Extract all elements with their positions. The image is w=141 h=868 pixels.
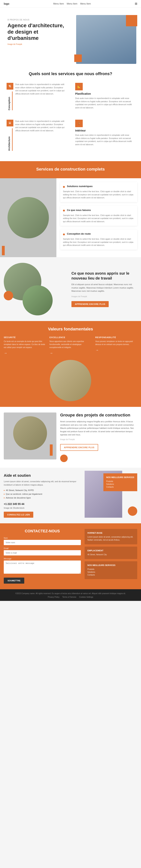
support-list-item-2: Que se sentiront- même par légalement — [4, 492, 81, 496]
support-right-block: NOS MEILLEURS SERVICES Produits Solution… — [85, 473, 137, 518]
planification-title: Planification — [75, 92, 134, 95]
contact-info-hornet: HORNET-BASE Lorem ipsum dolor sit amet, … — [85, 529, 137, 545]
conception-text: Duis aute irure dolor in reprehenderit i… — [15, 83, 66, 95]
nav-item-3[interactable]: Menu Item — [80, 2, 91, 5]
contact-right-text: Lorem ipsum dolor sit amet, consectetur … — [87, 535, 134, 541]
name-input[interactable] — [4, 540, 81, 545]
services-section-title: Quels sont les services que nous offrons… — [0, 64, 141, 80]
hero-image — [76, 15, 137, 64]
support-service-1: Produits — [106, 480, 134, 483]
form-group-message: Message — [4, 558, 81, 575]
value-excellence: EXCELLENCE Nous apportons aux clients un… — [50, 336, 91, 355]
planification-text: Duis aute irure dolor in reprehenderit i… — [75, 97, 134, 109]
contact-form-title: CONTACTEZ-NOUS — [4, 529, 81, 533]
support-btn[interactable]: Consultez-le lien — [4, 512, 33, 518]
footer-text: ©2023 Company name. All rights reserved.… — [4, 592, 137, 595]
footer-cookies[interactable]: Cookies Settings — [79, 596, 93, 598]
submit-button[interactable]: SOUMETTRE — [4, 578, 24, 584]
about-label: À PROPOS DE NOUS — [7, 19, 68, 21]
contact-services-title: NOS MEILLEURS SERVICES — [87, 564, 134, 566]
cs-route-text: Sample text. Click to select the text bo… — [63, 238, 134, 247]
support-list-item-1: 46 Street, Network City, NYPD — [4, 488, 81, 492]
support-list: 46 Street, Network City, NYPD Que se sen… — [4, 488, 81, 500]
cs-solutions-text: Sample text. Click to select the text bo… — [63, 190, 134, 199]
contact-services-block: NOS MEILLEURS SERVICES Produits Solution… — [85, 561, 137, 579]
contact-right-block: HORNET-BASE Lorem ipsum dolor sit amet, … — [85, 529, 137, 584]
support-credit: Image de Shutterstock — [4, 506, 81, 510]
conception-title: Conception — [8, 97, 10, 111]
navigation: logo Menu Item Menu Item Menu Item ⊞ — [0, 0, 141, 7]
group-text-block: Groupe des projets de construction Amet … — [60, 412, 137, 462]
support-service-2: Solutions — [106, 483, 134, 486]
conception-icon: 🏗 — [7, 83, 13, 90]
orange-dot-icon-2 — [63, 210, 65, 212]
support-services-list: Produits Solutions Contacts — [106, 480, 134, 488]
value-securite: SÉCURITÉ Ce texte est un exemple du text… — [4, 336, 46, 355]
support-services-title: NOS MEILLEURS SERVICES — [106, 476, 134, 478]
group-workers-image — [13, 416, 47, 450]
group-section: Groupe des projets de construction Amet … — [0, 407, 141, 468]
form-group-email: Email — [4, 547, 81, 555]
values-title: Valeurs fondamentales — [4, 327, 137, 332]
hero-title: Agence d'architecture, de design et d'ur… — [7, 22, 68, 41]
support-services-box: NOS MEILLEURS SERVICES Produits Solution… — [104, 473, 137, 491]
planification-icon: 📐 — [75, 83, 83, 90]
value-securite-label: SÉCURITÉ — [4, 336, 46, 339]
support-text-block: Aide et soutien Lorem ipsum dolor sit am… — [4, 473, 81, 518]
responsabilite-arrow-icon[interactable]: → — [95, 348, 99, 352]
group-btn[interactable]: APPRENDRE ENCORE PLUS — [60, 444, 98, 451]
message-textarea[interactable] — [4, 560, 81, 574]
support-service-3: Contacts — [106, 486, 134, 488]
interieur-icon: 🪑 — [75, 120, 83, 127]
orange-circle-support-dec — [128, 506, 137, 516]
orange-dot-decoration — [60, 455, 68, 462]
learning-text-block: Ce que nous avons appris sur le nouveau … — [72, 271, 137, 307]
nav-menu: Menu Item Menu Item Menu Item — [53, 2, 91, 5]
form-group-name: Nom — [4, 537, 81, 545]
footer-privacy[interactable]: Privacy Policy — [48, 596, 59, 598]
cs-faisons-title: Ce que nous faisons — [67, 209, 91, 212]
value-excellence-label: EXCELLENCE — [50, 336, 91, 339]
construction-services-content: Solutions numériques Sample text. Click … — [0, 178, 141, 257]
service-architecture: 🏛 Architecture Duis aute irure dolor in … — [4, 117, 68, 154]
learning-credit: Images de Freepik — [72, 295, 137, 298]
orange-dot-icon-3 — [63, 234, 65, 235]
orange-dot-icon — [63, 186, 65, 188]
cs-faisons-text: Sample text. Click to select the text bo… — [63, 214, 134, 223]
service-planification: 📐 Planification Duis aute irure dolor in… — [73, 80, 137, 113]
support-title: Aide et soutien — [4, 473, 81, 478]
cs-item-route: Conception de route Sample text. Click t… — [60, 229, 137, 250]
service-interieur: 🪑 Intérieur Duis aute irure dolor in rep… — [73, 117, 137, 154]
group-title: Groupe des projets de construction — [60, 412, 137, 418]
learning-btn[interactable]: APPRENDRE ENCORE PLUS — [72, 301, 109, 307]
email-label: Email — [4, 547, 81, 550]
nav-item-1[interactable]: Menu Item — [53, 2, 64, 5]
footer-terms[interactable]: Terms of Service — [62, 596, 76, 598]
group-credit: Image de Freepik — [60, 438, 137, 441]
footer: ©2023 Company name. All rights reserved.… — [0, 589, 141, 601]
orange-accent-top — [126, 15, 137, 26]
cs-route-title: Conception de route — [67, 232, 91, 235]
support-phone: +1 222 345 55 44 — [4, 502, 81, 505]
footer-links: Privacy Policy Terms of Service Cookies … — [4, 596, 137, 598]
securite-arrow-icon[interactable]: → — [4, 351, 7, 355]
name-label: Nom — [4, 537, 81, 539]
values-section: Valeurs fondamentales SÉCURITÉ Ce texte … — [0, 321, 141, 407]
excellence-arrow-icon[interactable]: → — [50, 351, 53, 355]
contact-service-3: Contacts — [87, 574, 134, 576]
learning-worker-image-2 — [23, 285, 53, 315]
cs-item-solutions: Solutions numériques Sample text. Click … — [60, 182, 137, 202]
construction-left-image — [0, 178, 56, 257]
orange-bar-decoration-group — [50, 444, 53, 456]
orange-accent-bottom — [74, 55, 82, 62]
value-responsabilite: RESPONSABILITÉ Vous pouvez remplacer ce … — [95, 336, 137, 355]
group-image-container — [4, 412, 56, 460]
architecture-icon: 🏛 — [7, 120, 13, 126]
nav-item-2[interactable]: Menu Item — [67, 2, 78, 5]
learning-title: Ce que nous avons appris sur le nouveau … — [72, 271, 137, 281]
learning-text: Elit ut aliquam purus sit amet faucus vo… — [72, 283, 137, 293]
contact-form-area: CONTACTEZ-NOUS Nom Email Message SOUMETT… — [4, 529, 81, 584]
email-input[interactable] — [4, 550, 81, 555]
grid-icon[interactable]: ⊞ — [135, 2, 137, 5]
orange-bar-decoration — [2, 246, 5, 255]
